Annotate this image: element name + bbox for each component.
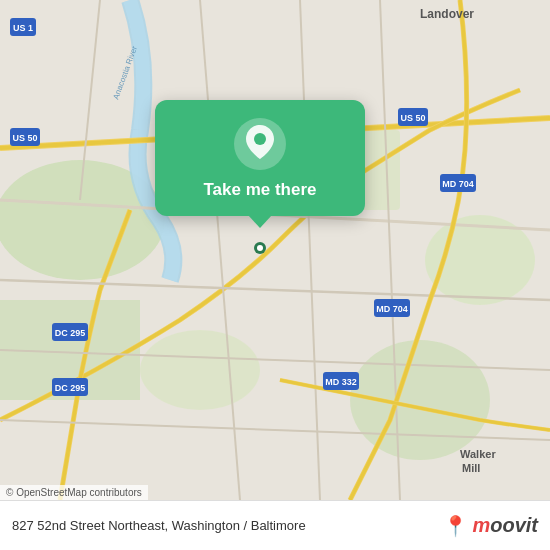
svg-text:MD 704: MD 704 (442, 179, 474, 189)
svg-text:DC 295: DC 295 (55, 383, 86, 393)
svg-text:US 50: US 50 (12, 133, 37, 143)
popup-card[interactable]: Take me there (155, 100, 365, 216)
svg-point-38 (257, 245, 263, 251)
popup-icon-circle (234, 118, 286, 170)
svg-text:Landover: Landover (420, 7, 474, 21)
map-svg: Anacostia River US 1 US 50 (0, 0, 550, 500)
svg-text:MD 332: MD 332 (325, 377, 357, 387)
osm-attribution: © OpenStreetMap contributors (0, 485, 148, 500)
svg-text:DC 295: DC 295 (55, 328, 86, 338)
map-pin-icon (246, 125, 274, 164)
svg-point-39 (254, 133, 266, 145)
svg-text:MD 704: MD 704 (376, 304, 408, 314)
address-label: 827 52nd Street Northeast, Washington / … (12, 518, 443, 533)
map-container: Anacostia River US 1 US 50 (0, 0, 550, 500)
moovit-pin-icon: 📍 (443, 514, 468, 538)
moovit-brand-text: moovit (472, 514, 538, 537)
svg-text:US 1: US 1 (13, 23, 33, 33)
svg-point-3 (140, 330, 260, 410)
svg-text:Mill: Mill (462, 462, 480, 474)
moovit-logo: 📍 moovit (443, 514, 538, 538)
take-me-there-label: Take me there (203, 180, 316, 200)
bottom-bar: 827 52nd Street Northeast, Washington / … (0, 500, 550, 550)
svg-text:US 50: US 50 (400, 113, 425, 123)
svg-text:Walker: Walker (460, 448, 496, 460)
